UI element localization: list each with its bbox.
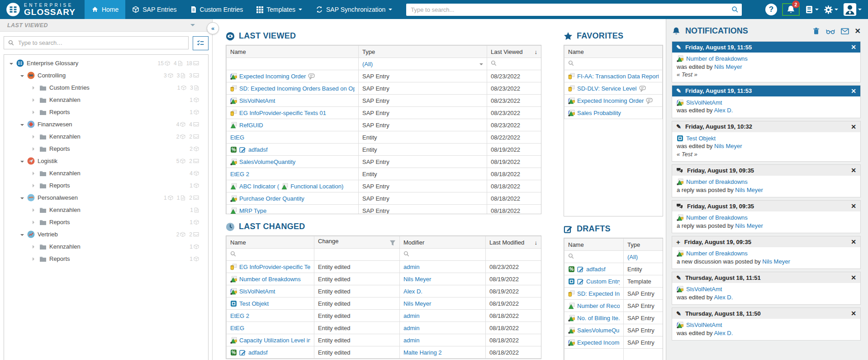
table-row[interactable]: fExpected Incoming OrderSAP Entry08/23/2… — [227, 70, 541, 82]
dismiss-icon[interactable]: ✕ — [851, 87, 856, 95]
notification-card[interactable]: ✎Friday, August 19, 11:53✕fSlsVolNetAmtw… — [672, 85, 861, 118]
dismiss-icon[interactable]: ✕ — [851, 123, 856, 130]
table-row[interactable]: %adfadsfEntity08/19/2022 — [227, 144, 541, 156]
filter-cell-modifier[interactable] — [400, 249, 486, 261]
tree-item-logistik[interactable]: Logistik52 — [4, 155, 208, 167]
table-row[interactable]: SD: Expected Incoming Orders Based on Op… — [227, 82, 541, 95]
notification-card[interactable]: +Friday, August 19, 09:35✕Number of Brea… — [672, 236, 861, 269]
comment-icon[interactable] — [646, 97, 653, 104]
user-link[interactable]: Malte Haring 2 — [403, 349, 442, 356]
dismiss-icon[interactable]: ✕ — [851, 274, 856, 281]
trash-icon[interactable] — [812, 27, 820, 35]
dismiss-icon[interactable]: ✕ — [851, 167, 856, 174]
entry-link[interactable]: MRP Type — [239, 207, 266, 214]
entry-link[interactable]: SD: Expected Incoming Orders Based on Op… — [239, 85, 355, 92]
collapse-icon[interactable] — [20, 124, 24, 128]
user-link[interactable]: admin — [403, 264, 419, 270]
notification-card[interactable]: Friday, August 19, 09:35✕Number of Break… — [672, 200, 861, 233]
filter-cell-type[interactable]: (All) — [624, 251, 663, 263]
notification-card[interactable]: ✎Thursday, August 18, 11:51✕fSlsVolNetAm… — [672, 272, 861, 305]
sidebar-view-chevron-down-icon[interactable] — [190, 24, 195, 29]
tree-item-kennzahlen[interactable]: Kennzahlen1 — [4, 204, 208, 216]
entry-link[interactable]: Number of Breakdowns — [686, 55, 748, 63]
tree-item-reports[interactable]: Reports1 — [4, 106, 208, 118]
glossary-menu-button[interactable] — [805, 5, 819, 14]
entry-link[interactable]: EtEG — [230, 134, 244, 141]
entry-link[interactable]: SlsVolNetAmt — [239, 97, 275, 104]
notification-card[interactable]: ✎Friday, August 19, 11:55✕Number of Brea… — [672, 41, 861, 82]
comment-icon[interactable] — [308, 73, 315, 80]
table-row[interactable]: SalesVolumeQu...SAP Entry — [564, 324, 663, 336]
expand-icon[interactable] — [33, 86, 36, 90]
table-row[interactable]: Number of RecordsSAP Entry — [564, 300, 663, 312]
user-link[interactable]: Nils Meyer — [735, 222, 763, 229]
column-header-name[interactable]: Name — [227, 236, 314, 249]
close-panel-icon[interactable]: ✕ — [855, 27, 861, 35]
sort-desc-icon[interactable]: ↓ — [535, 48, 538, 55]
column-header-change[interactable]: Change — [314, 236, 400, 249]
entry-link[interactable]: EtEG — [230, 325, 244, 331]
nav-item-sap-entries[interactable]: SAP Entries — [125, 0, 183, 19]
table-row[interactable]: EG InfoProvider-specific Texts 01SAP Ent… — [227, 107, 541, 119]
entry-link[interactable]: FI-AA: Transaction Data Report — [577, 73, 659, 80]
table-row[interactable]: EtEG 2Entity editedadmin08/18/2022 — [227, 310, 541, 322]
table-row[interactable]: fExpected Incoming Order — [564, 95, 663, 107]
notification-card[interactable]: Friday, August 19, 09:35✕Number of Break… — [672, 164, 861, 197]
filter-cell-name[interactable] — [227, 58, 359, 70]
tree-item-finanzwesen[interactable]: Finanzwesen44 — [4, 118, 208, 130]
entry-link[interactable]: No. of Billing Ite... — [577, 315, 620, 322]
entry-link[interactable]: adfadsf — [586, 266, 606, 273]
table-row[interactable]: SD: Expected In...SAP Entry — [564, 288, 663, 300]
tree-search-input[interactable] — [17, 39, 184, 47]
entry-link[interactable]: Capacity Utilization Level in... — [239, 337, 310, 344]
expand-icon[interactable] — [33, 208, 36, 212]
table-row[interactable]: Number of BreakdownsEntity editedNils Me… — [227, 273, 541, 285]
entry-link[interactable]: Test Objekt — [239, 300, 269, 307]
column-header-type[interactable]: Type — [624, 239, 663, 251]
notifications-button[interactable]: 2 — [782, 3, 800, 16]
table-row[interactable]: SalesVolumeQuantitySAP Entry08/19/2022 — [227, 156, 541, 168]
entry-link[interactable]: Functional Location) — [290, 183, 343, 190]
expand-icon[interactable] — [33, 245, 36, 249]
user-link[interactable]: Alex D. — [403, 288, 422, 295]
table-row[interactable]: fSlsVolNetAmtEntity editedAlex D.08/19/2… — [227, 285, 541, 298]
filter-funnel-icon[interactable] — [389, 240, 396, 247]
entry-link[interactable]: Custom Entry — [586, 278, 620, 285]
comment-icon[interactable] — [639, 85, 646, 92]
table-row[interactable]: fExpected Incomi...SAP Entry — [564, 336, 663, 349]
tree-item-personalwesen[interactable]: Personalwesen112 — [4, 192, 208, 204]
type-filter-dropdown[interactable]: (All) — [627, 254, 638, 260]
expand-icon[interactable] — [33, 257, 36, 261]
column-header-name[interactable]: Name — [227, 46, 359, 58]
table-row[interactable]: %adfadsfEntity — [564, 263, 663, 275]
user-link[interactable]: Nils Meyer — [762, 258, 790, 265]
entry-link[interactable]: SalesVolumeQuantity — [239, 158, 295, 165]
table-row[interactable]: EtEGEntity editedadmin08/18/2022 — [227, 322, 541, 334]
table-row[interactable]: MRP TypeSAP Entry08/18/2022 — [227, 205, 541, 215]
tree-item-kennzahlen[interactable]: Kennzahlen4 — [4, 167, 208, 179]
entry-link[interactable]: RefGUID — [239, 122, 263, 129]
nav-item-custom-entries[interactable]: Custom Entries — [184, 0, 250, 19]
entry-link[interactable]: EtEG 2 — [230, 171, 249, 178]
dismiss-icon[interactable]: ✕ — [851, 43, 856, 51]
user-link[interactable]: Nils Meyer — [714, 63, 742, 70]
entry-link[interactable]: EtEG 2 — [230, 312, 249, 319]
tree-item-reports[interactable]: Reports1 — [4, 216, 208, 228]
envelope-icon[interactable] — [841, 28, 849, 34]
user-link[interactable]: Nils Meyer — [403, 276, 431, 283]
help-button[interactable]: ? — [765, 4, 777, 15]
tree-item-kennzahlen[interactable]: Kennzahlen22 — [4, 130, 208, 143]
user-link[interactable]: admin — [403, 312, 419, 319]
nav-item-sap-synchronization[interactable]: SAP Synchronization — [309, 0, 399, 19]
entry-link[interactable]: SlsVolNetAmt — [686, 285, 722, 293]
table-row[interactable]: FI-AA: Transaction Data Report — [564, 70, 663, 82]
collapse-icon[interactable] — [20, 161, 24, 164]
entry-link[interactable]: Number of Breakdowns — [686, 214, 748, 222]
nav-item-home[interactable]: Home — [85, 0, 125, 19]
tree-item-vertrieb[interactable]: Vertrieb22 — [4, 228, 208, 240]
entry-link[interactable]: Expected Incoming Order — [577, 97, 644, 104]
tree-item-kennzahlen[interactable]: Kennzahlen1 — [4, 240, 208, 253]
column-header-modifier[interactable]: Modifier — [400, 236, 486, 249]
table-row[interactable]: fSales Probability — [564, 107, 663, 119]
entry-link[interactable]: SlsVolNetAmt — [686, 321, 722, 329]
